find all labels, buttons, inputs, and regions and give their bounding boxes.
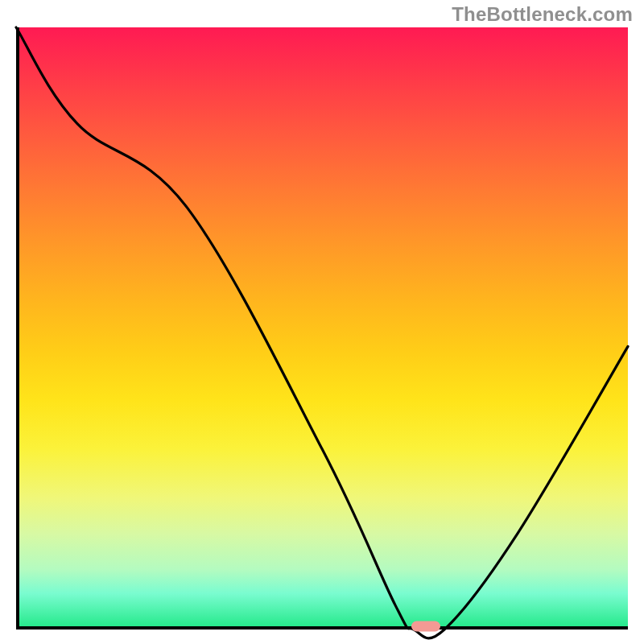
- plot-area: [16, 27, 628, 630]
- optimal-marker: [411, 621, 440, 632]
- watermark-label: TheBottleneck.com: [452, 3, 633, 26]
- chart-container: TheBottleneck.com: [0, 0, 644, 644]
- bottleneck-curve: [16, 27, 628, 630]
